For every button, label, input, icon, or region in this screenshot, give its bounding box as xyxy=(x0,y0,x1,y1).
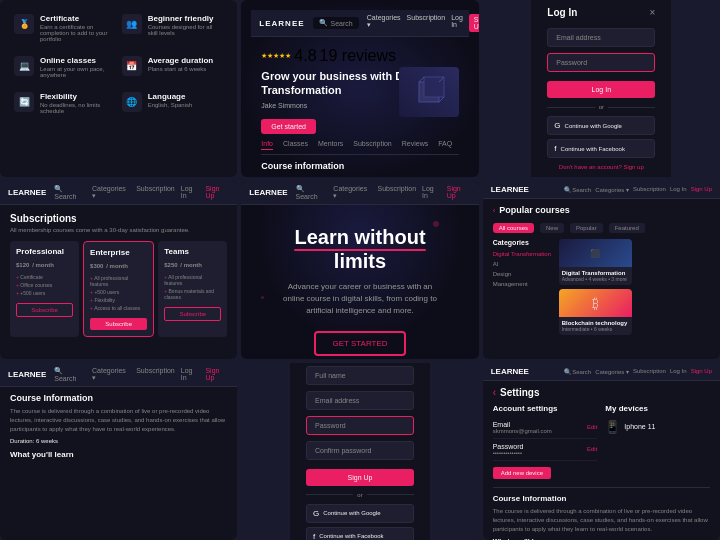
main-nav-subscription[interactable]: Subscription xyxy=(378,185,417,200)
plan-features: All professional features +500 users Fle… xyxy=(90,274,147,312)
categories-sidebar: Categories Digital Transformation AI Des… xyxy=(493,239,553,335)
signup-link[interactable]: Sign up xyxy=(623,164,643,170)
signup-email-field[interactable]: Email address xyxy=(306,391,414,410)
duration-icon: 📅 xyxy=(122,56,142,76)
pop-search[interactable]: 🔍 Search xyxy=(564,186,592,193)
name-field[interactable]: Full name xyxy=(306,366,414,385)
tab-info[interactable]: Info xyxy=(261,140,273,150)
course-card-dt[interactable]: ⬛ Digital Transformation Advanced • 4 we… xyxy=(559,239,633,285)
filter-all[interactable]: All courses xyxy=(493,223,534,233)
settings-nav-subscription[interactable]: Subscription xyxy=(633,368,666,375)
pop-logo: LEARNEE xyxy=(491,185,529,194)
popular-courses-panel: LEARNEE 🔍 Search Categories ▾ Subscripti… xyxy=(483,181,720,358)
cat-management[interactable]: Management xyxy=(493,279,553,289)
login-button[interactable]: Log In xyxy=(547,81,655,98)
google-signup-button[interactable]: G Continue with Google xyxy=(306,504,414,523)
nav-subscription[interactable]: Subscription xyxy=(407,14,446,32)
phone-icon: 📱 xyxy=(605,420,620,434)
nav-signup[interactable]: Sign Up xyxy=(469,14,479,32)
cat-ai[interactable]: AI xyxy=(493,259,553,269)
feature-title: Average duration xyxy=(148,56,214,65)
hero-cta-button[interactable]: Get started xyxy=(261,119,316,134)
plan-feature: Office courses xyxy=(16,281,73,289)
online-icon: 💻 xyxy=(14,56,34,76)
device-iphone: 📱 Iphone 11 xyxy=(605,417,710,437)
tab-faq[interactable]: FAQ xyxy=(438,140,452,150)
get-started-button[interactable]: GET STARTED xyxy=(314,331,405,356)
sub-nav-signup[interactable]: Sign Up xyxy=(205,185,229,200)
price-period: / month xyxy=(180,262,202,268)
pop-subscription[interactable]: Subscription xyxy=(633,186,666,193)
pop-login[interactable]: Log In xyxy=(670,186,687,193)
main-nav-signup[interactable]: Sign Up xyxy=(447,185,471,200)
password-field[interactable]: Password xyxy=(547,53,655,72)
back-icon[interactable]: ‹ xyxy=(493,206,496,215)
feature-desc: No deadlines, no limits schedule xyxy=(40,102,116,114)
settings-nav-categories[interactable]: Categories ▾ xyxy=(595,368,629,375)
plan-professional: Professional $120 / month Certificate Of… xyxy=(10,241,79,337)
tab-subscription[interactable]: Subscription xyxy=(353,140,392,150)
my-devices: My devices 📱 Iphone 11 xyxy=(605,404,710,479)
email-field[interactable]: Email address xyxy=(547,28,655,47)
tab-reviews[interactable]: Reviews xyxy=(402,140,428,150)
main-nav-search[interactable]: 🔍 Search xyxy=(296,185,328,200)
password-label: Password xyxy=(493,443,524,450)
feature-title: Flexibility xyxy=(40,92,116,101)
main-nav-login[interactable]: Log In xyxy=(422,185,441,200)
cat-design[interactable]: Design xyxy=(493,269,553,279)
plan-subscribe-btn[interactable]: Subscribe xyxy=(90,318,147,330)
plan-subscribe-btn[interactable]: Subscribe xyxy=(16,303,73,317)
add-device-button[interactable]: Add new device xyxy=(493,467,551,479)
signup-modal: Sign Up × Full name Email address Passwo… xyxy=(290,363,430,540)
signup-divider: or xyxy=(357,492,362,498)
pop-signup[interactable]: Sign Up xyxy=(691,186,712,193)
bottom-categories[interactable]: Categories ▾ xyxy=(92,367,130,382)
close-icon[interactable]: × xyxy=(649,7,655,18)
settings-nav-search[interactable]: 🔍 Search xyxy=(564,368,592,375)
plan-price: $250 / month xyxy=(164,258,221,269)
settings-nav-login[interactable]: Log In xyxy=(670,368,687,375)
settings-back-icon[interactable]: ‹ xyxy=(493,387,496,398)
nav-login[interactable]: Log In xyxy=(451,14,463,32)
confirm-password-field[interactable]: Confirm password xyxy=(306,441,414,460)
tab-mentors[interactable]: Mentors xyxy=(318,140,343,150)
filter-new[interactable]: New xyxy=(540,223,564,233)
plan-subscribe-btn[interactable]: Subscribe xyxy=(164,307,221,321)
sub-nav-login[interactable]: Log In xyxy=(181,185,200,200)
email-value: skmmons@gmail.com xyxy=(493,428,552,434)
signup-button[interactable]: Sign Up xyxy=(306,469,414,486)
password-edit-button[interactable]: Edit xyxy=(587,446,597,452)
certificate-icon: 🏅 xyxy=(14,14,34,34)
google-login-button[interactable]: G Continue with Google xyxy=(547,116,655,135)
signup-password-field[interactable]: Password xyxy=(306,416,414,435)
sub-nav-subscription[interactable]: Subscription xyxy=(136,185,175,200)
bottom-logo: LEARNEE xyxy=(8,370,46,379)
pop-categories[interactable]: Categories ▾ xyxy=(595,186,629,193)
nav-categories[interactable]: Categories ▾ xyxy=(367,14,401,32)
bottom-signup[interactable]: Sign Up xyxy=(205,367,229,382)
settings-nav-signup[interactable]: Sign Up xyxy=(691,368,712,375)
course-card-bc[interactable]: ₿ Blockchain technology Intermediate • 6… xyxy=(559,289,633,335)
bottom-search[interactable]: 🔍 Search xyxy=(54,367,86,382)
login-modal-panel: Log In × Email address Password Log In o… xyxy=(483,0,720,177)
tab-classes[interactable]: Classes xyxy=(283,140,308,150)
plan-name: Professional xyxy=(16,247,73,256)
bottom-login[interactable]: Log In xyxy=(181,367,200,382)
plan-teams: Teams $250 / month All professional feat… xyxy=(158,241,227,337)
plan-feature: Certificate xyxy=(16,273,73,281)
sub-nav-categories[interactable]: Categories ▾ xyxy=(92,185,130,200)
sub-nav-search[interactable]: 🔍 Search xyxy=(54,185,86,200)
nav-search[interactable]: 🔍 Search xyxy=(313,17,359,29)
facebook-login-button[interactable]: f Continue with Facebook xyxy=(547,139,655,158)
plan-feature: All professional features xyxy=(164,273,221,287)
filter-featured[interactable]: Featured xyxy=(609,223,645,233)
cat-digital[interactable]: Digital Transformation xyxy=(493,249,553,259)
plan-price: $300 / month xyxy=(90,259,147,270)
breadcrumb: ‹ Popular courses xyxy=(493,205,710,215)
facebook-signup-button[interactable]: f Continue with Facebook xyxy=(306,527,414,540)
main-nav-categories[interactable]: Categories ▾ xyxy=(333,185,371,200)
email-edit-button[interactable]: Edit xyxy=(587,424,597,430)
filter-popular[interactable]: Popular xyxy=(570,223,603,233)
price-period: / month xyxy=(32,262,54,268)
bottom-subscription[interactable]: Subscription xyxy=(136,367,175,382)
